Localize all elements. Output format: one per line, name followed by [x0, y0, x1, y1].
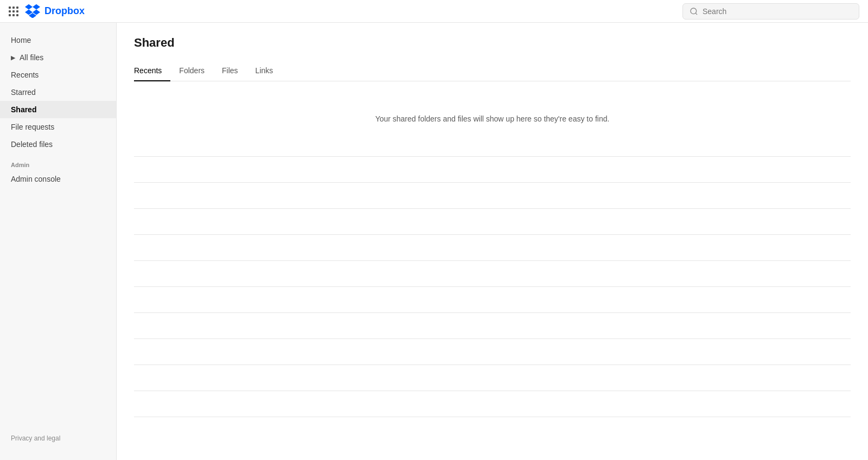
sidebar-item-label: Home	[11, 36, 31, 44]
sidebar-item-label: File requests	[11, 123, 54, 131]
sidebar-item-recents[interactable]: Recents	[0, 66, 116, 84]
empty-state: Your shared folders and files will show …	[134, 81, 851, 157]
sidebar-item-starred[interactable]: Starred	[0, 84, 116, 101]
sidebar-item-label: Admin console	[11, 175, 61, 183]
divider-row-6	[134, 287, 851, 313]
content-area: Shared Recents Folders Files Links Your …	[117, 23, 868, 460]
svg-point-0	[691, 8, 697, 14]
tab-files[interactable]: Files	[213, 61, 247, 81]
sidebar-item-deleted-files[interactable]: Deleted files	[0, 136, 116, 153]
tab-folders[interactable]: Folders	[170, 61, 213, 81]
sidebar-item-label: Shared	[11, 105, 36, 114]
sidebar-item-label: All files	[20, 53, 43, 62]
dropbox-name-label: Dropbox	[44, 5, 85, 17]
dropbox-logo[interactable]: Dropbox	[25, 3, 85, 20]
divider-row-9	[134, 365, 851, 391]
tabs: Recents Folders Files Links	[134, 61, 851, 81]
divider-row-8	[134, 339, 851, 365]
divider-row-1	[134, 157, 851, 183]
header-left: Dropbox	[9, 3, 85, 20]
sidebar-item-file-requests[interactable]: File requests	[0, 118, 116, 136]
sidebar-item-admin-console[interactable]: Admin console	[0, 170, 116, 188]
search-input[interactable]	[703, 7, 852, 16]
content-header: Shared Recents Folders Files Links	[117, 23, 868, 81]
divider-row-2	[134, 183, 851, 209]
divider-row-5	[134, 261, 851, 287]
divider-row-7	[134, 313, 851, 339]
admin-section-label: Admin	[0, 153, 116, 170]
search-bar[interactable]	[682, 3, 859, 20]
sidebar-item-label: Starred	[11, 88, 36, 97]
sidebar-nav: Home ▶ All files Recents Starred Shared …	[0, 31, 116, 424]
sidebar-item-home[interactable]: Home	[0, 31, 116, 49]
sidebar-item-label: Deleted files	[11, 140, 53, 149]
tab-recents[interactable]: Recents	[134, 61, 170, 81]
sidebar-item-all-files[interactable]: ▶ All files	[0, 49, 116, 66]
apps-icon[interactable]	[9, 7, 18, 16]
content-body: Your shared folders and files will show …	[117, 81, 868, 460]
dropbox-icon	[25, 3, 40, 20]
page-title: Shared	[134, 36, 851, 50]
main-layout: Home ▶ All files Recents Starred Shared …	[0, 23, 868, 460]
tab-links[interactable]: Links	[247, 61, 282, 81]
sidebar: Home ▶ All files Recents Starred Shared …	[0, 23, 117, 460]
app-header: Dropbox	[0, 0, 868, 23]
empty-state-message: Your shared folders and files will show …	[375, 114, 610, 123]
divider-row-10	[134, 391, 851, 417]
search-icon	[690, 7, 698, 16]
divider-row-4	[134, 235, 851, 261]
privacy-legal-link[interactable]: Privacy and legal	[11, 435, 60, 442]
chevron-right-icon: ▶	[11, 54, 15, 61]
sidebar-item-shared[interactable]: Shared	[0, 101, 116, 118]
divider-row-3	[134, 209, 851, 235]
svg-line-1	[695, 13, 697, 15]
sidebar-item-label: Recents	[11, 71, 39, 79]
sidebar-footer: Privacy and legal	[0, 424, 116, 451]
